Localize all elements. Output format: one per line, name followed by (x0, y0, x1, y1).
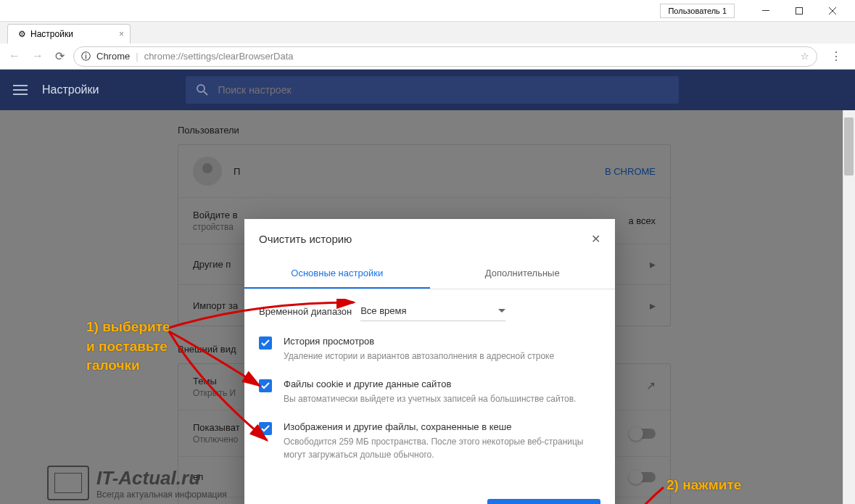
user-profile-button[interactable]: Пользователь 1 (660, 4, 735, 18)
search-icon (196, 83, 209, 96)
time-range-select[interactable]: Все время (360, 301, 505, 321)
checkbox-checked[interactable] (259, 422, 272, 435)
svg-rect-1 (796, 7, 803, 14)
back-button[interactable]: ← (9, 49, 20, 63)
tab-strip: ⚙ Настройки × (0, 22, 855, 44)
watermark: IT-Actual.ru Всегда актуальная информаци… (47, 466, 227, 500)
menu-icon[interactable] (13, 85, 28, 95)
search-input[interactable] (218, 84, 669, 96)
bookmark-star-icon[interactable]: ☆ (801, 51, 809, 62)
settings-search[interactable] (186, 76, 679, 104)
window-titlebar: Пользователь 1 (0, 0, 855, 22)
tab-basic[interactable]: Основные настройки (244, 259, 430, 289)
url-scheme: Chrome (96, 51, 130, 62)
dialog-title: Очистить историю (259, 233, 352, 245)
dialog-close-button[interactable]: ✕ (591, 232, 600, 246)
address-bar: ← → ⟳ ⓘ Chrome | chrome://settings/clear… (0, 44, 855, 70)
site-info-icon[interactable]: ⓘ (81, 50, 91, 63)
url-path: chrome://settings/clearBrowserData (144, 51, 294, 62)
cancel-button[interactable]: ОТМЕНА (420, 500, 481, 504)
close-tab-icon[interactable]: × (119, 29, 124, 39)
dropdown-icon (498, 309, 505, 313)
scrollbar-track[interactable] (843, 110, 855, 504)
checkbox-checked[interactable] (259, 336, 272, 350)
minimize-button[interactable] (749, 0, 782, 22)
forward-button[interactable]: → (32, 49, 44, 63)
checkbox-checked[interactable] (259, 379, 272, 392)
close-window-button[interactable] (816, 0, 849, 22)
option-history[interactable]: История просмотров Удаление истории и ва… (259, 336, 600, 363)
annotation-step2: 2) нажмите (666, 477, 741, 493)
annotation-step1: 1) выберите и поставьте галочки (86, 318, 170, 376)
address-input[interactable]: ⓘ Chrome | chrome://settings/clearBrowse… (73, 46, 817, 67)
maximize-button[interactable] (782, 0, 816, 22)
clear-data-button[interactable]: УДАЛИТЬ ДАННЫЕ (487, 499, 600, 504)
clear-browsing-data-dialog: Очистить историю ✕ Основные настройки До… (244, 219, 615, 504)
watermark-logo-icon (47, 466, 89, 500)
time-range-label: Временной диапазон (259, 306, 352, 317)
option-cookies[interactable]: Файлы cookie и другие данные сайтов Вы а… (259, 379, 600, 405)
settings-page-title: Настройки (42, 83, 99, 96)
tab-title: Настройки (30, 29, 73, 39)
scrollbar-thumb[interactable] (844, 117, 854, 175)
svg-point-2 (197, 85, 205, 92)
tab-advanced[interactable]: Дополнительные (430, 259, 616, 289)
settings-header: Настройки (0, 70, 855, 110)
browser-tab[interactable]: ⚙ Настройки × (7, 24, 131, 44)
browser-menu-button[interactable]: ⋮ (826, 49, 846, 63)
option-cache[interactable]: Изображения и другие файлы, сохраненные … (259, 421, 600, 461)
reload-button[interactable]: ⟳ (55, 49, 65, 63)
gear-icon: ⚙ (18, 29, 26, 39)
svg-rect-0 (762, 10, 769, 11)
